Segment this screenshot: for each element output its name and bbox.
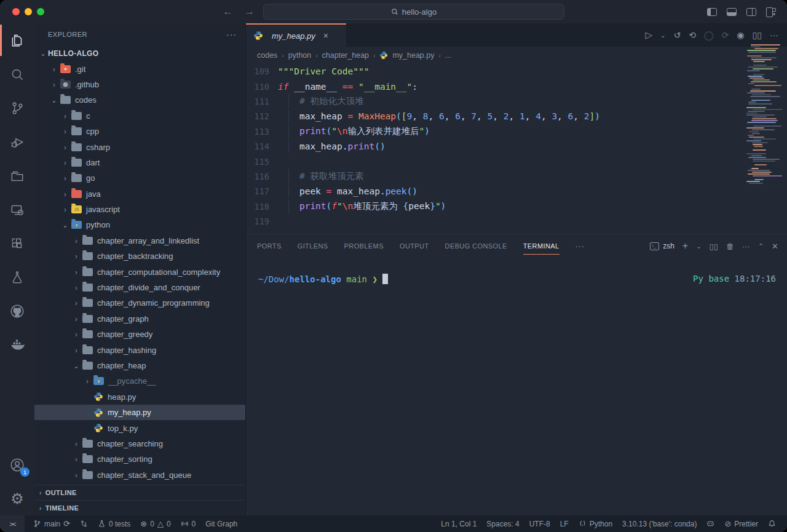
panel-tabs-more-icon[interactable]: ···: [575, 234, 585, 258]
zoom-window-button[interactable]: [37, 8, 44, 15]
tree-item-chapter-searching[interactable]: ›chapter_searching: [34, 436, 245, 451]
tree-root-hello-algo[interactable]: ⌄HELLO-ALGO: [34, 46, 245, 61]
minimize-window-button[interactable]: [25, 8, 32, 15]
customize-layout-icon[interactable]: [766, 7, 776, 16]
panel-more-actions-icon[interactable]: ···: [742, 242, 750, 251]
section-timeline[interactable]: ›TIMELINE: [34, 500, 245, 515]
terminal-dropdown-icon[interactable]: ⌄: [696, 243, 701, 250]
minimap[interactable]: [746, 44, 785, 189]
tree-item-chapter-computational-complexity[interactable]: ›chapter_computational_complexity: [34, 264, 245, 279]
run-dropdown-icon[interactable]: ⌄: [660, 32, 665, 39]
encoding-item[interactable]: UTF-8: [524, 520, 555, 528]
editor-more-actions-icon[interactable]: ···: [770, 30, 778, 40]
panel-tab-ports[interactable]: PORTS: [257, 234, 282, 258]
split-terminal-icon[interactable]: ▯▯: [710, 242, 718, 251]
explorer-more-actions-icon[interactable]: ···: [226, 30, 237, 39]
tree-item-chapter-stack-and-queue[interactable]: ›chapter_stack_and_queue: [34, 467, 245, 483]
git-graph-icon-item[interactable]: [75, 515, 93, 532]
terminal-content[interactable]: ~/Dow/hello-algo main ❯ Py base 18:17:16: [246, 258, 787, 284]
settings-gear-icon[interactable]: ⚙: [0, 482, 34, 515]
tree-item-java[interactable]: ›java: [34, 186, 245, 202]
tree-item-chapter-heap[interactable]: ⌄chapter_heap: [34, 358, 245, 373]
close-window-button[interactable]: [12, 8, 20, 15]
new-terminal-icon[interactable]: +: [682, 240, 688, 252]
code-line-111[interactable]: 111 # 初始化大顶堆: [246, 94, 787, 109]
remote-indicator[interactable]: ><: [0, 515, 25, 532]
copilot-item[interactable]: [702, 520, 719, 528]
code-line-116[interactable]: 116 # 获取堆顶元素: [246, 169, 787, 184]
tab-my-heap-py[interactable]: my_heap.py ×: [246, 23, 346, 47]
breadcrumb[interactable]: codes›python›chapter_heap›my_heap.py›...: [246, 47, 787, 64]
code-line-112[interactable]: 112 max_heap = MaxHeap([9, 8, 6, 6, 7, 5…: [246, 109, 787, 124]
command-center-search[interactable]: hello-algo: [263, 4, 564, 20]
folders-view-icon[interactable]: [0, 159, 34, 193]
ports-item[interactable]: 0: [176, 515, 201, 532]
tree-item-chapter-sorting[interactable]: ›chapter_sorting: [34, 451, 245, 467]
code-line-117[interactable]: 117 peek = max_heap.peek(): [246, 184, 787, 199]
code-line-119[interactable]: 119: [246, 214, 787, 229]
tree-item--pycache-[interactable]: ›◗__pycache__: [34, 373, 245, 389]
prettier-item[interactable]: ⊘ Prettier: [719, 519, 763, 528]
language-mode-item[interactable]: Python: [574, 520, 617, 528]
docker-icon[interactable]: [0, 328, 34, 362]
breadcrumb-item-chapter-heap[interactable]: chapter_heap: [322, 51, 369, 60]
tree-item-my-heap-py[interactable]: my_heap.py: [34, 405, 245, 420]
tree-item-top-k-py[interactable]: top_k.py: [34, 420, 245, 435]
accounts-icon[interactable]: 1: [0, 448, 34, 482]
eol-item[interactable]: LF: [555, 520, 574, 528]
tree-item-csharp[interactable]: ›csharp: [34, 139, 245, 154]
navigate-forward-icon[interactable]: ⟳: [722, 30, 729, 40]
run-python-file-icon[interactable]: ▷: [646, 30, 653, 41]
tree-item-python[interactable]: ⌄◗python: [34, 217, 245, 232]
maximize-panel-icon[interactable]: ⌃: [758, 242, 764, 250]
git-branch-item[interactable]: main ⟳: [28, 515, 75, 532]
history-forward-button[interactable]: →: [244, 6, 255, 18]
breadcrumb-item-python[interactable]: python: [288, 51, 312, 60]
tree-item-c[interactable]: ›c: [34, 108, 245, 124]
toggle-panel-icon[interactable]: [727, 8, 737, 16]
tree-item-go[interactable]: ›go: [34, 170, 245, 186]
tree-item-chapter-graph[interactable]: ›chapter_graph: [34, 311, 245, 327]
kill-terminal-icon[interactable]: 🗑: [726, 242, 734, 251]
code-line-109[interactable]: 109"""Driver Code""": [246, 64, 787, 79]
indentation-item[interactable]: Spaces: 4: [481, 520, 524, 528]
tree-item-dart[interactable]: ›dart: [34, 155, 245, 170]
run-or-debug-icon[interactable]: ◉: [737, 30, 744, 40]
panel-tab-debug-console[interactable]: DEBUG CONSOLE: [445, 234, 507, 258]
cursor-position-item[interactable]: Ln 1, Col 1: [436, 520, 481, 528]
source-control-icon[interactable]: [0, 91, 34, 125]
notifications-item[interactable]: [763, 520, 781, 528]
tree-item-cpp[interactable]: ›cpp: [34, 124, 245, 139]
history-back-button[interactable]: ←: [223, 6, 233, 18]
code-line-118[interactable]: 118 print(f"\n堆顶元素为 {peek}"): [246, 199, 787, 214]
breadcrumb-item--[interactable]: ...: [445, 51, 451, 60]
tree-item--git[interactable]: ›●.git: [34, 61, 245, 76]
breadcrumb-item-my-heap-py[interactable]: my_heap.py: [392, 51, 434, 60]
tree-item-javascript[interactable]: ›JSjavascript: [34, 202, 245, 217]
tree-item-chapter-dynamic-programming[interactable]: ›chapter_dynamic_programming: [34, 295, 245, 311]
panel-tab-terminal[interactable]: TERMINAL: [523, 234, 560, 258]
remote-explorer-icon[interactable]: [0, 193, 34, 226]
testing-icon[interactable]: [0, 260, 34, 294]
tree-item--github[interactable]: ›◍.github: [34, 77, 245, 92]
toggle-secondary-sidebar-icon[interactable]: [746, 8, 756, 16]
search-view-icon[interactable]: [0, 57, 34, 91]
code-line-114[interactable]: 114 max_heap.print(): [246, 139, 787, 154]
problems-item[interactable]: ⊗0 △0: [135, 515, 175, 532]
close-panel-icon[interactable]: ✕: [772, 242, 778, 251]
extensions-icon[interactable]: [0, 226, 34, 260]
code-line-115[interactable]: 115: [246, 154, 787, 169]
terminal-shell-chip[interactable]: ›_ zsh: [650, 242, 674, 250]
panel-tab-output[interactable]: OUTPUT: [400, 234, 429, 258]
tree-item-heap-py[interactable]: heap.py: [34, 389, 245, 405]
tree-item-chapter-greedy[interactable]: ›chapter_greedy: [34, 327, 245, 342]
tab-close-icon[interactable]: ×: [323, 31, 328, 41]
sync-status-icon[interactable]: ◯: [704, 30, 714, 40]
split-editor-icon[interactable]: ▯▯: [753, 30, 762, 40]
python-interpreter-item[interactable]: 3.10.13 ('base': conda): [617, 520, 702, 528]
breadcrumb-item-codes[interactable]: codes: [257, 51, 277, 60]
panel-tab-problems[interactable]: PROBLEMS: [344, 234, 384, 258]
code-line-110[interactable]: 110if __name__ == "__main__":: [246, 79, 787, 93]
tree-item-chapter-divide-and-conquer[interactable]: ›chapter_divide_and_conquer: [34, 280, 245, 295]
github-icon[interactable]: [0, 294, 34, 328]
